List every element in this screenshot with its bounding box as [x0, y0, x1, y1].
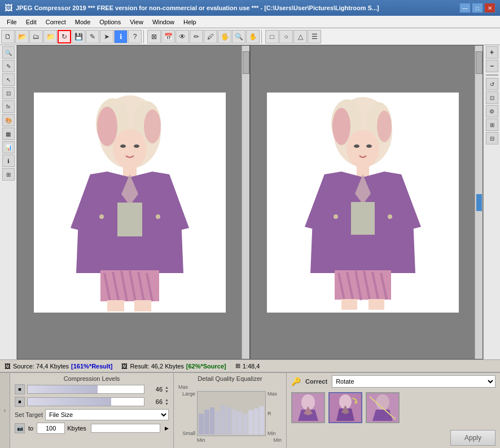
- tb-save-button[interactable]: 💾: [72, 30, 85, 43]
- menu-view[interactable]: View: [125, 17, 148, 27]
- result-scroll-thumb-v[interactable]: [476, 51, 483, 74]
- tb-help-button[interactable]: ?: [128, 30, 142, 43]
- svg-rect-6: [117, 203, 142, 236]
- svg-point-19: [134, 144, 139, 148]
- tb-new-button[interactable]: 🗋: [1, 30, 15, 43]
- eq-bar-3[interactable]: [210, 407, 215, 434]
- tb-brush-button[interactable]: 🖊: [204, 30, 217, 43]
- correct-thumb-1[interactable]: [291, 392, 325, 423]
- eq-bar-2[interactable]: [204, 410, 209, 434]
- apply-button[interactable]: Apply: [450, 430, 495, 446]
- svg-point-44: [388, 214, 392, 219]
- eq-bar-1[interactable]: [199, 414, 204, 434]
- tb-grab-button[interactable]: ✋: [246, 30, 260, 43]
- tb-pencil-button[interactable]: ✏: [190, 30, 203, 43]
- minimize-button[interactable]: —: [459, 3, 471, 13]
- eq-bar-8[interactable]: [237, 411, 242, 434]
- to-slider[interactable]: [91, 424, 160, 433]
- target-dropdown[interactable]: File Size Quality Auto: [45, 409, 169, 420]
- lt-layers-button[interactable]: ⊡: [2, 87, 15, 99]
- eq-bar-10[interactable]: [248, 410, 253, 434]
- menu-file[interactable]: File: [2, 17, 21, 27]
- tb-batch-button[interactable]: ↻: [58, 30, 71, 43]
- menu-correct[interactable]: Correct: [41, 17, 71, 27]
- to-value-input[interactable]: [37, 423, 65, 434]
- eq-bar-11[interactable]: [254, 409, 259, 434]
- tb-info-button[interactable]: ℹ: [114, 30, 128, 43]
- svg-rect-40: [369, 299, 384, 310]
- rt-grid1-button[interactable]: ⊞: [486, 118, 498, 131]
- rt-settings-button[interactable]: ⚙: [486, 105, 498, 117]
- tb-open-button[interactable]: 📂: [15, 30, 29, 43]
- correct-thumb-2[interactable]: [328, 392, 362, 423]
- close-button[interactable]: ✕: [484, 3, 495, 13]
- slider2-down[interactable]: ▼: [165, 402, 169, 406]
- slider2-track[interactable]: [27, 397, 144, 406]
- slider1-up[interactable]: ▲: [165, 385, 169, 389]
- tb-cal-button[interactable]: 📅: [161, 30, 175, 43]
- svg-rect-39: [341, 299, 357, 310]
- tb-crop-button[interactable]: ⊠: [147, 30, 161, 43]
- tb-ellipse-button[interactable]: ○: [279, 30, 293, 43]
- rt-fit-button[interactable]: ⊡: [486, 91, 498, 104]
- ratio-value: 1:48,4: [243, 363, 260, 370]
- eq-bar-6[interactable]: [226, 407, 231, 434]
- result-icon: 🖼: [121, 363, 128, 370]
- svg-rect-29: [351, 202, 375, 235]
- eq-max-label: Max: [178, 384, 188, 390]
- lt-info-button[interactable]: ℹ: [2, 155, 15, 167]
- tb-rect-button[interactable]: □: [265, 30, 279, 43]
- to-arrow-btn[interactable]: ▶: [165, 425, 169, 431]
- lt-bottom-button[interactable]: ⊞: [2, 168, 15, 181]
- maximize-button[interactable]: □: [472, 3, 483, 13]
- slider2-up[interactable]: ▲: [165, 398, 169, 402]
- menu-options[interactable]: Options: [95, 17, 125, 27]
- eq-rside-max: Max: [267, 391, 282, 397]
- tb-zoom-button[interactable]: 🔍: [232, 30, 245, 43]
- correct-thumb-3[interactable]: [366, 392, 400, 423]
- compression-title: Compression Levels: [15, 375, 169, 382]
- eq-bars-container[interactable]: [197, 391, 266, 436]
- tb-custom-button[interactable]: △: [293, 30, 307, 43]
- rt-grid2-button[interactable]: ⊟: [486, 132, 498, 144]
- lt-pencil-button[interactable]: ✎: [2, 60, 15, 72]
- result-scrollbar-v[interactable]: [475, 46, 483, 359]
- eq-bar-9[interactable]: [243, 414, 248, 434]
- correct-key-icon: 🔑: [291, 377, 301, 386]
- menu-edit[interactable]: Edit: [21, 17, 41, 27]
- tb-opendir-button[interactable]: 🗂: [29, 30, 43, 43]
- rt-zoom-in-button[interactable]: +: [486, 46, 498, 59]
- lt-zoom-in-button[interactable]: 🔍: [2, 46, 15, 59]
- rt-refresh-button[interactable]: ↺: [486, 78, 498, 90]
- tb-open2-button[interactable]: 📁: [43, 30, 57, 43]
- tb-hand-button[interactable]: 🖐: [218, 30, 231, 43]
- rt-zoom-out-button[interactable]: −: [486, 60, 498, 72]
- lt-colors-button[interactable]: 🎨: [2, 114, 15, 126]
- source-scrollbar-v[interactable]: [242, 46, 249, 359]
- source-scroll-thumb-v[interactable]: [243, 51, 249, 74]
- lt-select-button[interactable]: ↖: [2, 73, 15, 86]
- eq-bar-5[interactable]: [221, 405, 226, 434]
- tb-more-button[interactable]: ☰: [308, 30, 321, 43]
- svg-point-42: [366, 144, 372, 148]
- menu-help[interactable]: Help: [179, 17, 201, 27]
- eq-r-label: R: [267, 411, 282, 416]
- slider1-down[interactable]: ▼: [165, 389, 169, 393]
- menu-window[interactable]: Window: [148, 17, 179, 27]
- lt-bars-button[interactable]: ▦: [2, 128, 15, 140]
- svg-rect-16: [107, 300, 124, 311]
- eq-bar-4[interactable]: [215, 411, 220, 434]
- bottom-toggle-button[interactable]: ‹: [0, 373, 10, 448]
- result-percent: [62%*Source]: [186, 363, 226, 370]
- eq-bar-7[interactable]: [232, 410, 237, 434]
- tb-eye-button[interactable]: 👁: [176, 30, 189, 43]
- slider1-track[interactable]: [27, 385, 144, 394]
- lt-fx-button[interactable]: fx: [2, 100, 15, 113]
- menu-mode[interactable]: Mode: [71, 17, 95, 27]
- status-bar: 🖼 Source: 74,4 Kbytes [161%*Result] 🖼 Re…: [0, 359, 500, 372]
- lt-chart-button[interactable]: 📊: [2, 141, 15, 153]
- correct-dropdown[interactable]: Rotate Flip Crop Resize Color: [332, 375, 495, 388]
- tb-edit-button[interactable]: ✎: [86, 30, 99, 43]
- eq-bar-12[interactable]: [259, 406, 264, 434]
- tb-go-button[interactable]: ➤: [100, 30, 113, 43]
